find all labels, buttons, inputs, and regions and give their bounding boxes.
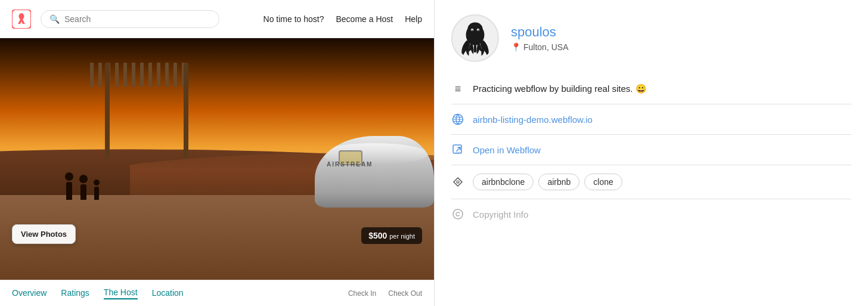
right-panel: spoulos 📍 Fulton, USA ≡ Practicing webfl… <box>434 0 868 306</box>
profile-location: 📍 Fulton, USA <box>511 42 568 52</box>
slat <box>165 63 169 86</box>
per-night-label: per night <box>389 233 415 240</box>
tab-the-host[interactable]: The Host <box>104 288 138 299</box>
airstream-trailer: AIRSTREAM <box>315 136 434 208</box>
checkout-label: Check Out <box>388 289 422 298</box>
svg-point-6 <box>478 30 479 31</box>
diamond-icon <box>451 175 464 188</box>
pergola-post-right <box>184 63 188 158</box>
copyright-row: Copyright Info <box>451 199 851 229</box>
person-2 <box>79 175 88 200</box>
person-3 <box>94 180 100 200</box>
location-pin-icon: 📍 <box>511 42 521 52</box>
tag-airbnb[interactable]: airbnb <box>538 174 579 190</box>
nav-links: No time to host? Become a Host Help <box>264 14 422 24</box>
airstream-body: AIRSTREAM <box>315 136 434 208</box>
pergola <box>87 63 206 182</box>
people-silhouettes <box>65 172 100 200</box>
webflow-open-icon <box>451 143 464 156</box>
tags-container: airbnbclone airbnb clone <box>473 174 622 190</box>
bottom-tabs: Overview Ratings The Host Location Check… <box>0 280 434 306</box>
checkin-label: Check In <box>348 289 376 298</box>
tags-row: airbnbclone airbnb clone <box>451 165 851 199</box>
person-body <box>94 187 99 200</box>
search-icon: 🔍 <box>49 14 60 24</box>
hamburger-icon: ≡ <box>451 82 464 95</box>
person-head <box>94 180 100 186</box>
pergola-post-left <box>105 63 110 158</box>
view-photos-button[interactable]: View Photos <box>12 224 76 244</box>
price-amount: $500 <box>368 231 387 240</box>
svg-point-5 <box>472 30 473 31</box>
open-webflow-link[interactable]: Open in Webflow <box>473 145 541 155</box>
slat <box>132 63 135 86</box>
profile-info: spoulos 📍 Fulton, USA <box>511 24 568 52</box>
hero-image: AIRSTREAM View Photos <box>0 38 434 280</box>
globe-icon <box>451 113 464 126</box>
airstream-label: AIRSTREAM <box>327 161 373 168</box>
avatar <box>451 14 499 62</box>
no-time-link[interactable]: No time to host? <box>264 14 324 24</box>
svg-point-10 <box>453 209 463 219</box>
tag-airbnbclone[interactable]: airbnbclone <box>473 174 534 190</box>
search-bar[interactable]: 🔍 <box>41 10 219 28</box>
hero-background: AIRSTREAM View Photos <box>0 38 434 280</box>
slat <box>157 63 160 86</box>
person-head <box>65 172 73 181</box>
svg-point-9 <box>457 181 459 183</box>
help-link[interactable]: Help <box>405 14 422 24</box>
navbar: 🔍 No time to host? Become a Host Help <box>0 0 434 38</box>
person-head <box>79 175 88 183</box>
svg-point-2 <box>467 22 482 35</box>
tab-ratings[interactable]: Ratings <box>61 288 89 299</box>
profile-header: spoulos 📍 Fulton, USA <box>451 14 851 62</box>
left-panel: 🔍 No time to host? Become a Host Help <box>0 0 434 306</box>
checkin-area: Check In Check Out <box>348 289 422 298</box>
tab-overview[interactable]: Overview <box>12 288 46 299</box>
person-body <box>66 182 72 200</box>
search-input[interactable] <box>64 14 210 24</box>
slat <box>173 63 177 86</box>
slat <box>90 63 94 86</box>
octopus-icon <box>454 17 496 59</box>
person-body <box>80 184 86 200</box>
profile-name[interactable]: spoulos <box>511 24 568 40</box>
bio-row: ≡ Practicing webflow by building real si… <box>451 74 851 104</box>
website-row: airbnb-listing-demo.webflow.io <box>451 104 851 135</box>
open-webflow-row: Open in Webflow <box>451 135 851 165</box>
tag-clone[interactable]: clone <box>584 174 622 190</box>
slat <box>148 63 152 86</box>
location-text: Fulton, USA <box>523 42 568 52</box>
slat <box>123 63 127 86</box>
slat <box>98 63 102 86</box>
become-host-link[interactable]: Become a Host <box>336 14 393 24</box>
person-1 <box>65 172 73 200</box>
airbnb-logo[interactable] <box>12 10 31 29</box>
copyright-text: Copyright Info <box>473 209 528 220</box>
bio-text: Practicing webflow by building real site… <box>473 84 647 94</box>
slat <box>115 63 119 86</box>
tab-location[interactable]: Location <box>152 288 184 299</box>
slat <box>140 63 144 86</box>
website-link[interactable]: airbnb-listing-demo.webflow.io <box>473 115 593 125</box>
copyright-icon <box>451 208 464 221</box>
price-badge: $500 per night <box>361 227 422 244</box>
